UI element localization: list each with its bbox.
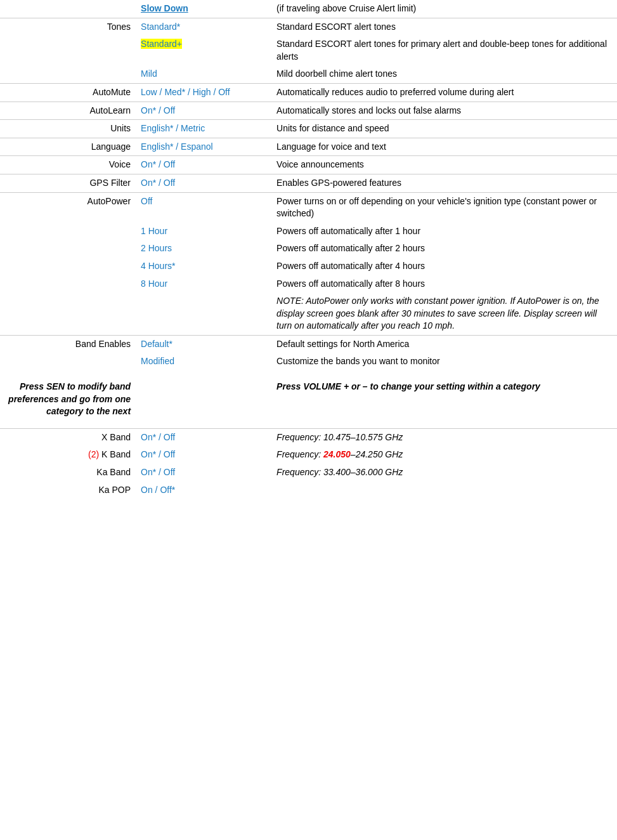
automute-row: AutoMute Low / Med* / High / Off Automat…	[0, 83, 617, 102]
slow-down-label	[0, 0, 136, 18]
band-default-row: Band Enables Default* Default settings f…	[0, 335, 617, 353]
voice-setting: On* / Off	[136, 156, 271, 174]
tones-standard-row: Tones Standard* Standard ESCORT alert to…	[0, 18, 617, 36]
kband-number: (2)	[88, 449, 99, 459]
tones-label: Tones	[0, 18, 136, 36]
xband-row: X Band On* / Off Frequency: 10.475–10.57…	[0, 428, 617, 446]
autopower-8hour-label	[0, 275, 136, 293]
band-modified-row: Modified Customize the bands you want to…	[0, 353, 617, 371]
gps-filter-label: GPS Filter	[0, 174, 136, 192]
tones-standard-setting: Standard*	[136, 18, 271, 36]
press-sen-text: Press SEN to modify band preferences and…	[8, 381, 131, 416]
language-setting: English* / Espanol	[136, 138, 271, 156]
autopower-4hours-label	[0, 258, 136, 275]
slow-down-row: Slow Down (if traveling above Cruise Ale…	[0, 0, 617, 18]
tones-mild-row: Mild Mild doorbell chime alert tones	[0, 65, 617, 83]
tones-standardplus-row: Standard+ Standard ESCORT alert tones fo…	[0, 36, 617, 65]
language-label: Language	[0, 138, 136, 156]
language-row: Language English* / Espanol Language for…	[0, 138, 617, 156]
band-modified-desc: Customize the bands you want to monitor	[271, 353, 617, 371]
press-volume-desc: Press VOLUME + or – to change your setti…	[271, 371, 617, 428]
autopower-8hour-setting: 8 Hour	[136, 275, 271, 293]
autopower-1hour-desc: Powers off automatically after 1 hour	[271, 223, 617, 240]
language-desc: Language for voice and text	[271, 138, 617, 156]
kapop-desc	[271, 482, 617, 499]
tones-mild-setting: Mild	[136, 65, 271, 83]
tones-standardplus-setting: Standard+	[136, 36, 271, 65]
kaband-desc: Frequency: 33.400–36.000 GHz	[271, 464, 617, 482]
autopower-label: AutoPower	[0, 192, 136, 223]
band-modified-label	[0, 353, 136, 371]
slow-down-link[interactable]: Slow Down	[141, 3, 188, 13]
autopower-2hours-row: 2 Hours Powers off automatically after 2…	[0, 240, 617, 258]
kband-label: (2) K Band	[0, 446, 136, 464]
autopower-off-row: AutoPower Off Power turns on or off depe…	[0, 192, 617, 223]
automute-desc: Automatically reduces audio to preferred…	[271, 83, 617, 102]
autopower-4hours-row: 4 Hours* Powers off automatically after …	[0, 258, 617, 275]
autolearn-desc: Automatically stores and locks out false…	[271, 102, 617, 120]
autopower-1hour-label	[0, 223, 136, 240]
voice-label: Voice	[0, 156, 136, 174]
tones-standard-desc: Standard ESCORT alert tones	[271, 18, 617, 36]
autopower-off-setting: Off	[136, 192, 271, 223]
slow-down-setting: Slow Down	[136, 0, 271, 18]
band-modified-setting: Modified	[136, 353, 271, 371]
autopower-4hours-setting: 4 Hours*	[136, 258, 271, 275]
units-desc: Units for distance and speed	[271, 120, 617, 138]
kapop-label: Ka POP	[0, 482, 136, 499]
press-volume-text: Press VOLUME + or – to change your setti…	[276, 381, 540, 391]
voice-row: Voice On* / Off Voice announcements	[0, 156, 617, 174]
band-default-desc: Default settings for North America	[271, 335, 617, 353]
kband-setting: On* / Off	[136, 446, 271, 464]
autolearn-row: AutoLearn On* / Off Automatically stores…	[0, 102, 617, 120]
autopower-2hours-desc: Powers off automatically after 2 hours	[271, 240, 617, 258]
units-label: Units	[0, 120, 136, 138]
autopower-note-row: NOTE: AutoPower only works with constant…	[0, 292, 617, 335]
autopower-1hour-setting: 1 Hour	[136, 223, 271, 240]
xband-label: X Band	[0, 428, 136, 446]
autopower-note-desc: NOTE: AutoPower only works with constant…	[271, 292, 617, 335]
autopower-note-label	[0, 292, 136, 335]
xband-desc: Frequency: 10.475–10.575 GHz	[271, 428, 617, 446]
band-default-setting: Default*	[136, 335, 271, 353]
units-setting: English* / Metric	[136, 120, 271, 138]
kaband-row: Ka Band On* / Off Frequency: 33.400–36.0…	[0, 464, 617, 482]
press-sen-label: Press SEN to modify band preferences and…	[0, 371, 136, 428]
automute-setting: Low / Med* / High / Off	[136, 83, 271, 102]
kband-desc: Frequency: 24.050–24.250 GHz	[271, 446, 617, 464]
kapop-row: Ka POP On / Off*	[0, 482, 617, 499]
tones-mild-desc: Mild doorbell chime alert tones	[271, 65, 617, 83]
autopower-2hours-label	[0, 240, 136, 258]
press-note-setting	[136, 371, 271, 428]
press-note-row: Press SEN to modify band preferences and…	[0, 371, 617, 428]
autopower-2hours-setting: 2 Hours	[136, 240, 271, 258]
autopower-note-setting	[136, 292, 271, 335]
xband-setting: On* / Off	[136, 428, 271, 446]
kaband-setting: On* / Off	[136, 464, 271, 482]
autopower-8hour-desc: Powers off automatically after 8 hours	[271, 275, 617, 293]
kaband-label: Ka Band	[0, 464, 136, 482]
automute-label: AutoMute	[0, 83, 136, 102]
tones-mild-label	[0, 65, 136, 83]
kband-row: (2) K Band On* / Off Frequency: 24.050–2…	[0, 446, 617, 464]
tones-standardplus-highlight: Standard+	[141, 39, 182, 49]
autolearn-setting: On* / Off	[136, 102, 271, 120]
autopower-1hour-row: 1 Hour Powers off automatically after 1 …	[0, 223, 617, 240]
tones-standardplus-label	[0, 36, 136, 65]
main-table: Slow Down (if traveling above Cruise Ale…	[0, 0, 617, 499]
gps-filter-desc: Enables GPS-powered features	[271, 174, 617, 192]
gps-filter-setting: On* / Off	[136, 174, 271, 192]
gps-filter-row: GPS Filter On* / Off Enables GPS-powered…	[0, 174, 617, 192]
tones-standardplus-desc: Standard ESCORT alert tones for primary …	[271, 36, 617, 65]
kband-freq-highlight: 24.050	[323, 449, 351, 459]
slow-down-desc: (if traveling above Cruise Alert limit)	[271, 0, 617, 18]
autopower-off-desc: Power turns on or off depending on your …	[271, 192, 617, 223]
kapop-setting: On / Off*	[136, 482, 271, 499]
autopower-8hour-row: 8 Hour Powers off automatically after 8 …	[0, 275, 617, 293]
units-row: Units English* / Metric Units for distan…	[0, 120, 617, 138]
voice-desc: Voice announcements	[271, 156, 617, 174]
autopower-4hours-desc: Powers off automatically after 4 hours	[271, 258, 617, 275]
band-enables-label: Band Enables	[0, 335, 136, 353]
autolearn-label: AutoLearn	[0, 102, 136, 120]
